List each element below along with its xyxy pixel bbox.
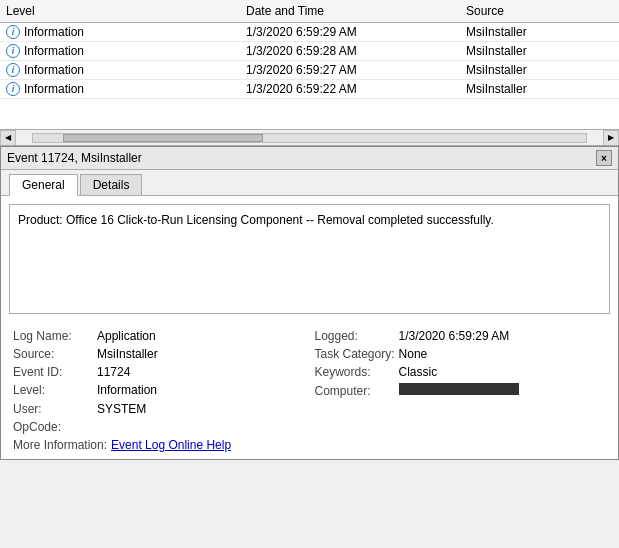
info-icon: i <box>6 25 20 39</box>
source-label: Source: <box>13 347 93 361</box>
detail-level: Level: Information <box>13 382 305 399</box>
table-row[interactable]: i Information 1/3/2020 6:59:27 AM MsiIns… <box>0 61 619 80</box>
cell-datetime-0: 1/3/2020 6:59:29 AM <box>240 24 460 40</box>
level-text-3: Information <box>24 82 84 96</box>
log-name-label: Log Name: <box>13 329 93 343</box>
tab-general[interactable]: General <box>9 174 78 196</box>
level-text-0: Information <box>24 25 84 39</box>
scrollbar-thumb[interactable] <box>63 134 263 142</box>
event-panel-title: Event 11724, MsiInstaller <box>7 151 142 165</box>
level-text-2: Information <box>24 63 84 77</box>
table-row[interactable]: i Information 1/3/2020 6:59:28 AM MsiIns… <box>0 42 619 61</box>
cell-level-1: i Information <box>0 43 240 59</box>
cell-source-0: MsiInstaller <box>460 24 619 40</box>
event-detail-panel: Event 11724, MsiInstaller × General Deta… <box>0 146 619 460</box>
right-placeholder-5 <box>315 401 607 417</box>
keywords-value: Classic <box>399 365 438 379</box>
computer-label: Computer: <box>315 384 395 398</box>
table-body: i Information 1/3/2020 6:59:29 AM MsiIns… <box>0 23 619 99</box>
event-details-section: Log Name: Application Logged: 1/3/2020 6… <box>1 322 618 459</box>
info-icon: i <box>6 82 20 96</box>
detail-computer: Computer: <box>315 382 607 399</box>
table-header: Level Date and Time Source <box>0 0 619 23</box>
log-name-value: Application <box>97 329 156 343</box>
detail-source: Source: MsiInstaller <box>13 346 305 362</box>
user-label: User: <box>13 402 93 416</box>
cell-datetime-2: 1/3/2020 6:59:27 AM <box>240 62 460 78</box>
event-panel-titlebar: Event 11724, MsiInstaller × <box>1 147 618 170</box>
close-button[interactable]: × <box>596 150 612 166</box>
event-id-label: Event ID: <box>13 365 93 379</box>
logged-label: Logged: <box>315 329 395 343</box>
col-header-datetime: Date and Time <box>240 2 460 20</box>
source-value: MsiInstaller <box>97 347 158 361</box>
level-value: Information <box>97 383 157 397</box>
scroll-left-button[interactable]: ◀ <box>0 130 16 146</box>
cell-level-0: i Information <box>0 24 240 40</box>
scroll-right-button[interactable]: ▶ <box>603 130 619 146</box>
cell-source-2: MsiInstaller <box>460 62 619 78</box>
scrollbar-track[interactable] <box>32 133 587 143</box>
info-icon: i <box>6 44 20 58</box>
detail-event-id: Event ID: 11724 <box>13 364 305 380</box>
event-id-value: 11724 <box>97 365 130 379</box>
more-info-label: More Information: <box>13 438 107 452</box>
cell-source-3: MsiInstaller <box>460 81 619 97</box>
detail-log-name: Log Name: Application <box>13 328 305 344</box>
opcode-label: OpCode: <box>13 420 93 434</box>
detail-logged: Logged: 1/3/2020 6:59:29 AM <box>315 328 607 344</box>
info-icon: i <box>6 63 20 77</box>
cell-level-2: i Information <box>0 62 240 78</box>
detail-task-category: Task Category: None <box>315 346 607 362</box>
task-category-label: Task Category: <box>315 347 395 361</box>
tabs-bar: General Details <box>1 170 618 196</box>
horizontal-scrollbar[interactable]: ◀ ▶ <box>0 130 619 146</box>
table-row[interactable]: i Information 1/3/2020 6:59:29 AM MsiIns… <box>0 23 619 42</box>
event-log-table: Level Date and Time Source i Information… <box>0 0 619 130</box>
cell-datetime-3: 1/3/2020 6:59:22 AM <box>240 81 460 97</box>
detail-keywords: Keywords: Classic <box>315 364 607 380</box>
cell-datetime-1: 1/3/2020 6:59:28 AM <box>240 43 460 59</box>
level-label: Level: <box>13 383 93 397</box>
computer-value-redacted <box>399 383 519 395</box>
col-header-source: Source <box>460 2 619 20</box>
event-log-online-help-link[interactable]: Event Log Online Help <box>111 438 231 452</box>
level-text-1: Information <box>24 44 84 58</box>
event-message-box: Product: Office 16 Click-to-Run Licensin… <box>9 204 610 314</box>
detail-user: User: SYSTEM <box>13 401 305 417</box>
user-value: SYSTEM <box>97 402 146 416</box>
cell-level-3: i Information <box>0 81 240 97</box>
table-row[interactable]: i Information 1/3/2020 6:59:22 AM MsiIns… <box>0 80 619 99</box>
col-header-level: Level <box>0 2 240 20</box>
detail-opcode: OpCode: <box>13 419 606 435</box>
task-category-value: None <box>399 347 428 361</box>
tab-details[interactable]: Details <box>80 174 143 195</box>
logged-value: 1/3/2020 6:59:29 AM <box>399 329 510 343</box>
keywords-label: Keywords: <box>315 365 395 379</box>
detail-more-info: More Information: Event Log Online Help <box>13 437 606 453</box>
event-message-text: Product: Office 16 Click-to-Run Licensin… <box>18 213 494 227</box>
cell-source-1: MsiInstaller <box>460 43 619 59</box>
